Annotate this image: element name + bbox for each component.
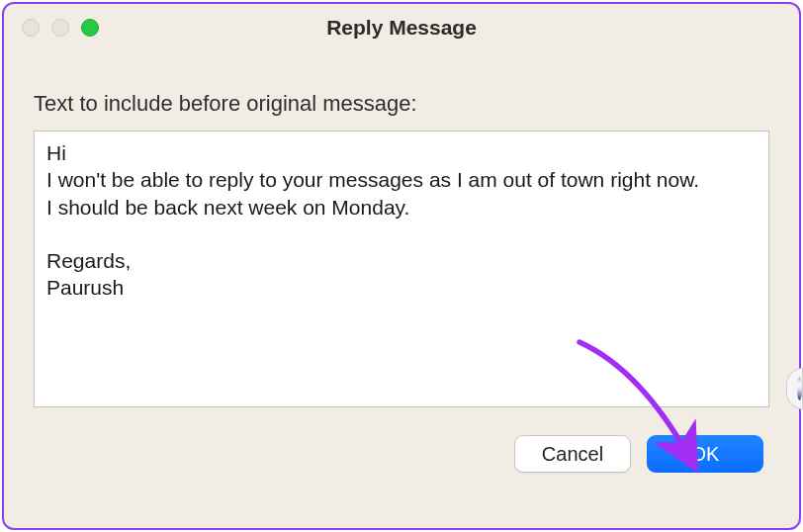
window-controls xyxy=(22,19,99,37)
button-row: Cancel OK xyxy=(34,435,769,473)
reply-message-textarea[interactable] xyxy=(34,131,769,407)
ok-button[interactable]: OK xyxy=(647,435,763,473)
zoom-window-icon[interactable] xyxy=(81,19,99,37)
close-window-icon[interactable] xyxy=(22,19,40,37)
message-label: Text to include before original message: xyxy=(34,91,769,117)
dialog-content: Text to include before original message:… xyxy=(4,51,799,528)
window-title: Reply Message xyxy=(4,16,799,40)
title-bar: Reply Message xyxy=(4,4,799,51)
minimize-window-icon[interactable] xyxy=(51,19,69,37)
cancel-button[interactable]: Cancel xyxy=(514,435,631,473)
dialog-window: Reply Message Text to include before ori… xyxy=(2,2,801,530)
